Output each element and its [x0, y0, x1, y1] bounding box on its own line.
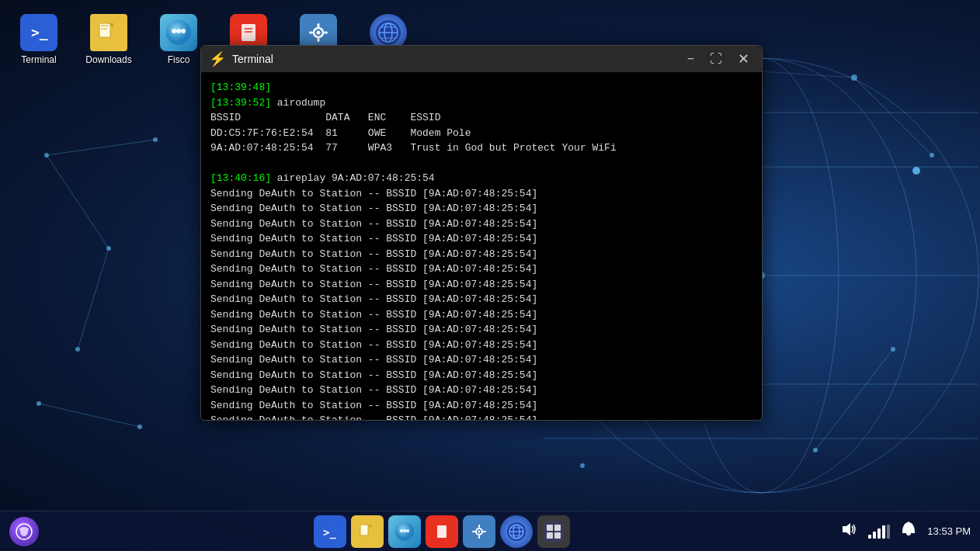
svg-rect-77: [472, 531, 475, 532]
taskbar-app-panels[interactable]: [537, 515, 570, 548]
fisco-icon: [160, 14, 197, 51]
svg-text:>_: >_: [31, 24, 48, 40]
svg-rect-86: [547, 525, 553, 531]
svg-point-66: [400, 529, 403, 532]
svg-point-67: [403, 529, 406, 532]
taskbar-app-terminal[interactable]: >_: [314, 515, 346, 548]
svg-point-16: [891, 347, 895, 352]
taskbar-app-settings[interactable]: [463, 515, 495, 548]
taskbar-right: 13:53 PM: [840, 521, 971, 542]
svg-point-17: [813, 448, 818, 452]
svg-point-40: [181, 29, 186, 33]
terminal-maximize-button[interactable]: ⛶: [705, 51, 727, 67]
svg-point-12: [36, 401, 41, 406]
svg-text:>_: >_: [323, 526, 336, 539]
svg-rect-78: [483, 531, 486, 532]
svg-rect-50: [318, 38, 320, 42]
downloads-icon: [90, 14, 127, 51]
taskbar: >_: [0, 511, 980, 551]
svg-point-14: [851, 75, 857, 81]
svg-point-19: [580, 463, 585, 468]
svg-rect-49: [318, 23, 320, 27]
signal-bars-icon[interactable]: [868, 525, 890, 539]
terminal-title-icon: ⚡: [209, 50, 226, 68]
svg-line-22: [47, 140, 155, 155]
svg-rect-87: [554, 525, 561, 531]
terminal-body[interactable]: [13:39:48] [13:39:52] airodump BSSID DAT…: [201, 72, 762, 420]
svg-rect-76: [478, 535, 480, 539]
fisco-icon-label: Fisco: [168, 54, 190, 65]
taskbar-app-bookmark[interactable]: [426, 515, 458, 548]
svg-point-11: [153, 137, 158, 142]
svg-point-8: [44, 153, 49, 158]
svg-rect-34: [101, 25, 109, 26]
svg-rect-52: [324, 32, 328, 34]
desktop-icon-terminal[interactable]: >_ Terminal: [8, 8, 70, 71]
svg-point-13: [137, 425, 142, 429]
taskbar-clock: 13:53 PM: [927, 525, 971, 537]
svg-point-74: [478, 530, 481, 532]
svg-line-26: [39, 404, 140, 427]
svg-marker-90: [843, 523, 850, 535]
downloads-icon-label: Downloads: [85, 54, 131, 65]
svg-point-68: [406, 529, 409, 532]
taskbar-center: >_: [43, 515, 840, 548]
svg-point-9: [106, 246, 111, 251]
terminal-titlebar: ⚡ Terminal − ⛶ ✕: [201, 46, 762, 72]
desktop: >_ Terminal Downloads: [0, 0, 980, 551]
svg-line-23: [854, 78, 932, 155]
notification-icon[interactable]: [901, 521, 916, 542]
svg-rect-85: [544, 522, 564, 542]
terminal-title-text: Terminal: [232, 53, 273, 65]
taskbar-logo[interactable]: [9, 517, 39, 546]
svg-point-10: [75, 347, 80, 352]
terminal-icon-label: Terminal: [21, 54, 56, 65]
volume-icon[interactable]: [840, 521, 857, 542]
svg-rect-35: [101, 28, 107, 29]
taskbar-app-files[interactable]: [351, 515, 384, 548]
svg-rect-51: [309, 32, 313, 34]
terminal-controls: − ⛶ ✕: [683, 50, 754, 68]
svg-point-28: [912, 167, 920, 175]
desktop-icon-downloads[interactable]: Downloads: [78, 8, 140, 71]
svg-point-38: [172, 29, 176, 33]
taskbar-app-browser[interactable]: [500, 515, 533, 548]
terminal-minimize-button[interactable]: −: [683, 51, 699, 67]
taskbar-left: [9, 517, 43, 546]
taskbar-app-chat[interactable]: [388, 515, 421, 548]
svg-rect-88: [547, 532, 553, 539]
svg-line-21: [78, 248, 109, 349]
terminal-close-button[interactable]: ✕: [733, 50, 754, 68]
svg-point-15: [930, 153, 934, 158]
svg-rect-63: [360, 525, 368, 535]
svg-rect-75: [478, 525, 480, 528]
svg-rect-89: [554, 532, 561, 539]
svg-point-39: [176, 29, 181, 33]
terminal-title-area: ⚡ Terminal: [209, 50, 273, 68]
svg-line-20: [47, 155, 109, 248]
terminal-icon: >_: [20, 14, 57, 51]
terminal-output: [13:39:48] [13:39:52] airodump BSSID DAT…: [210, 80, 752, 420]
svg-line-24: [815, 349, 893, 450]
terminal-window: ⚡ Terminal − ⛶ ✕ [13:39:48] [13:39:52] a…: [200, 45, 763, 421]
svg-point-48: [317, 31, 321, 35]
